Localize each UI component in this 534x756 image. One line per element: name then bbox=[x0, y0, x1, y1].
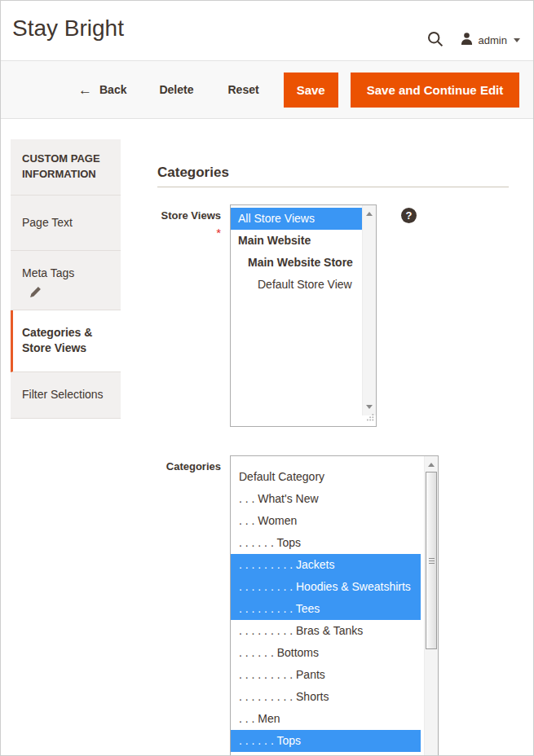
content-area: CUSTOM PAGE INFORMATION Page Text Meta T… bbox=[1, 119, 533, 756]
page-title: Stay Bright bbox=[12, 15, 124, 60]
scrollbar-thumb[interactable] bbox=[426, 472, 437, 649]
category-option[interactable]: . . . . . . . . . Shorts bbox=[231, 686, 421, 708]
categories-options: Default Category . . . What's New . . . … bbox=[231, 456, 438, 752]
sidebar-item-label: Meta Tags bbox=[22, 266, 74, 279]
action-toolbar: ← Back Delete Reset Save Save and Contin… bbox=[1, 60, 533, 119]
store-views-field-row: Store Views * All Store Views Main Websi… bbox=[157, 204, 509, 427]
back-button-label: Back bbox=[99, 83, 126, 96]
category-option[interactable]: . . . . . . . . . Tees bbox=[231, 598, 421, 620]
category-option[interactable]: . . . Women bbox=[231, 510, 421, 532]
category-option[interactable]: . . . . . . Tops bbox=[231, 730, 421, 752]
store-view-option[interactable]: Main Website bbox=[231, 230, 362, 252]
pencil-icon bbox=[29, 286, 109, 298]
page-header: Stay Bright admin bbox=[1, 1, 533, 60]
categories-control: Default Category . . . What's New . . . … bbox=[230, 455, 439, 756]
store-view-option[interactable]: Default Store View bbox=[231, 274, 362, 296]
sidebar: CUSTOM PAGE INFORMATION Page Text Meta T… bbox=[11, 139, 121, 419]
save-button[interactable]: Save bbox=[284, 73, 338, 108]
main-panel: Categories Store Views * All Store Views… bbox=[157, 119, 509, 756]
category-option[interactable]: . . . . . . Tops bbox=[231, 532, 421, 554]
scrollbar-thumb-grip-icon bbox=[429, 560, 435, 561]
store-view-option[interactable]: Main Website Store bbox=[231, 252, 362, 274]
sidebar-item-meta-tags[interactable]: Meta Tags bbox=[11, 251, 121, 310]
scroll-up-icon[interactable] bbox=[366, 212, 373, 216]
store-views-label-col: Store Views * bbox=[157, 204, 221, 427]
store-views-label: Store Views bbox=[161, 209, 221, 222]
categories-listbox[interactable]: Default Category . . . What's New . . . … bbox=[230, 455, 439, 756]
categories-label-col: Categories bbox=[157, 455, 221, 756]
category-option[interactable]: . . . What's New bbox=[231, 488, 421, 510]
categories-field-row: Categories Default Category . . . What's… bbox=[157, 455, 509, 756]
categories-label: Categories bbox=[166, 460, 221, 472]
store-views-scrollbar[interactable] bbox=[362, 205, 376, 415]
required-asterisk: * bbox=[157, 226, 221, 240]
store-views-control: All Store Views Main Website Main Websit… bbox=[230, 204, 417, 427]
scroll-up-icon[interactable] bbox=[428, 463, 435, 467]
category-option[interactable]: . . . . . . . . . Jackets bbox=[231, 554, 421, 576]
store-view-option[interactable]: All Store Views bbox=[231, 208, 362, 230]
sidebar-item-categories-store-views[interactable]: Categories & Store Views bbox=[11, 310, 121, 372]
back-arrow-icon: ← bbox=[78, 83, 92, 97]
search-icon[interactable] bbox=[427, 31, 444, 51]
sidebar-item-page-text[interactable]: Page Text bbox=[11, 196, 121, 252]
reset-button[interactable]: Reset bbox=[228, 83, 259, 96]
save-and-continue-button[interactable]: Save and Continue Edit bbox=[351, 73, 520, 108]
categories-scrollbar[interactable] bbox=[424, 456, 438, 756]
scroll-down-icon[interactable] bbox=[366, 405, 373, 409]
category-option[interactable]: . . . . . . Bottoms bbox=[231, 642, 421, 664]
back-button[interactable]: ← Back bbox=[78, 83, 126, 97]
category-option[interactable]: Default Category bbox=[231, 466, 421, 488]
category-option[interactable]: . . . . . . . . . Hoodies & Sweatshirts bbox=[231, 576, 421, 598]
sidebar-header: CUSTOM PAGE INFORMATION bbox=[11, 139, 121, 196]
category-option[interactable]: . . . . . . . . . Bras & Tanks bbox=[231, 620, 421, 642]
header-actions: admin bbox=[427, 15, 520, 60]
help-icon[interactable]: ? bbox=[401, 208, 417, 223]
caret-down-icon bbox=[514, 38, 520, 42]
resize-grip-icon[interactable] bbox=[366, 410, 374, 424]
user-avatar-icon bbox=[460, 32, 474, 49]
store-views-options: All Store Views Main Website Main Websit… bbox=[231, 205, 376, 296]
user-name: admin bbox=[479, 34, 507, 46]
admin-page: Stay Bright admin bbox=[0, 0, 534, 756]
store-views-listbox[interactable]: All Store Views Main Website Main Websit… bbox=[230, 204, 377, 427]
delete-button[interactable]: Delete bbox=[159, 83, 193, 96]
sidebar-item-filter-selections[interactable]: Filter Selections bbox=[11, 372, 121, 419]
category-option[interactable]: . . . Men bbox=[231, 708, 421, 730]
category-option[interactable]: . . . . . . . . . Pants bbox=[231, 664, 421, 686]
section-title: Categories bbox=[157, 165, 509, 187]
user-menu[interactable]: admin bbox=[460, 32, 520, 49]
